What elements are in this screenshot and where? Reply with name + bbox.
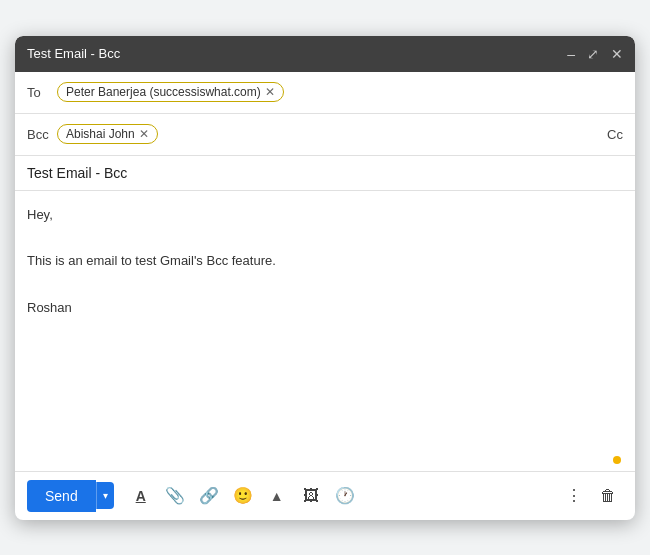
schedule-icon[interactable]: 🕐 [330,481,360,511]
title-bar: Test Email - Bcc – ⤢ ✕ [15,36,635,72]
toolbar-right: ⋮ 🗑 [559,481,623,511]
compose-body: To Peter Banerjea (successiswhat.com) ✕ … [15,72,635,520]
delete-symbol: 🗑 [600,487,616,505]
window-controls: – ⤢ ✕ [567,47,623,61]
drive-symbol: ▲ [270,488,284,504]
subject-text: Test Email - Bcc [27,165,127,181]
schedule-symbol: 🕐 [335,486,355,505]
emoji-symbol: 🙂 [233,486,253,505]
photo-symbol: 🖼 [303,487,319,505]
yellow-indicator [613,456,621,464]
attach-icon[interactable]: 📎 [160,481,190,511]
compose-content[interactable]: Hey, This is an email to test Gmail's Bc… [15,191,635,471]
more-symbol: ⋮ [566,486,582,505]
expand-button[interactable]: ⤢ [587,47,599,61]
bcc-chip-text-0: Abishai John [66,127,135,141]
to-chip-0[interactable]: Peter Banerjea (successiswhat.com) ✕ [57,82,284,102]
link-icon[interactable]: 🔗 [194,481,224,511]
minimize-button[interactable]: – [567,47,575,61]
body-text: Hey, This is an email to test Gmail's Bc… [27,203,623,320]
send-button-group: Send ▾ [27,480,114,512]
attach-symbol: 📎 [165,486,185,505]
close-button[interactable]: ✕ [611,47,623,61]
format-text-icon[interactable]: A [126,481,156,511]
to-chip-close-0[interactable]: ✕ [265,86,275,98]
delete-icon[interactable]: 🗑 [593,481,623,511]
bcc-chip-0[interactable]: Abishai John ✕ [57,124,158,144]
compose-window: Test Email - Bcc – ⤢ ✕ To Peter Banerjea… [15,36,635,520]
to-label: To [27,85,57,100]
format-icon-symbol: A [136,488,146,504]
drive-icon[interactable]: ▲ [262,481,292,511]
to-chip-text-0: Peter Banerjea (successiswhat.com) [66,85,261,99]
bcc-chip-close-0[interactable]: ✕ [139,128,149,140]
bcc-label: Bcc [27,127,57,142]
link-symbol: 🔗 [199,486,219,505]
window-title: Test Email - Bcc [27,46,120,61]
toolbar: Send ▾ A 📎 🔗 🙂 ▲ � [15,471,635,520]
photo-icon[interactable]: 🖼 [296,481,326,511]
subject-row[interactable]: Test Email - Bcc [15,156,635,191]
more-options-icon[interactable]: ⋮ [559,481,589,511]
cc-toggle[interactable]: Cc [607,127,623,142]
to-chips-container: Peter Banerjea (successiswhat.com) ✕ [57,82,623,102]
emoji-icon[interactable]: 🙂 [228,481,258,511]
bcc-chips-container: Abishai John ✕ [57,124,607,144]
send-dropdown-button[interactable]: ▾ [96,482,114,509]
to-field-row: To Peter Banerjea (successiswhat.com) ✕ [15,72,635,114]
bcc-field-row: Bcc Abishai John ✕ Cc [15,114,635,156]
send-button[interactable]: Send [27,480,96,512]
